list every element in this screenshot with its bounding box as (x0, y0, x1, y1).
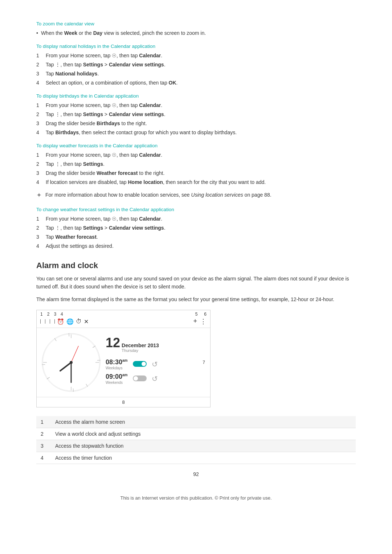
zoom-heading: To zoom the calendar view (36, 21, 356, 26)
birthdays-step-4: 4 Tap Birthdays, then select the contact… (36, 129, 356, 136)
icon-timer: ✕ (84, 318, 89, 325)
weather-section: To display weather forecasts in the Cale… (36, 143, 356, 200)
table-num: 3 (36, 440, 51, 452)
alarm-2-row: 09:00am Weekends ↺ (106, 373, 199, 385)
alarm-1-label: Weekdays (106, 366, 128, 370)
clock-date-day: Thursday (122, 348, 159, 353)
table-desc: View a world clock and adjust settings (51, 428, 356, 440)
zoom-list-item: When the Week or the Day view is selecte… (36, 29, 356, 37)
change-weather-step-1: 1 From your Home screen, tap ☉, then tap… (36, 215, 356, 223)
change-weather-step-3: 3 Tap Weather forecast. (36, 233, 356, 241)
table-desc: Access the alarm home screen (51, 416, 356, 428)
alarm-2-toggle (133, 376, 147, 381)
birthdays-section: To display birthdays the in Calendar app… (36, 93, 356, 136)
icon-alarm: ⏰ (57, 318, 64, 325)
zoom-section: To zoom the calendar view When the Week … (36, 21, 356, 37)
bottom-label-8: 8 (37, 397, 210, 407)
table-row: 3 Access the stopwatch function (36, 440, 356, 452)
tick-4 (54, 319, 55, 324)
page-footer: This is an Internet version of this publ… (36, 495, 356, 501)
reference-table: 1 Access the alarm home screen 2 View a … (36, 416, 356, 464)
holidays-heading: To display national holidays in the Cale… (36, 44, 356, 49)
holidays-section: To display national holidays in the Cale… (36, 44, 356, 87)
clock-date-display: 12 December 2013 Thursday (106, 335, 199, 353)
icon-stopwatch: ⏱ (76, 318, 82, 325)
weather-step-1: 1 From your Home screen, tap ☉, then tap… (36, 151, 356, 159)
table-row: 2 View a world clock and adjust settings (36, 428, 356, 440)
change-weather-heading: To change weather forecast settings in t… (36, 207, 356, 212)
change-weather-list: 1 From your Home screen, tap ☉, then tap… (36, 215, 356, 250)
clock-date-month: December 2013 (122, 342, 159, 348)
alarm-1-time: 08:30am (106, 358, 128, 366)
table-row: 1 Access the alarm home screen (36, 416, 356, 428)
zoom-text: When the Week or the Day view is selecte… (41, 29, 206, 37)
right-label-7: 7 (203, 332, 207, 393)
alarm-2-snooze-icon: ↺ (152, 374, 158, 383)
menu-icon: ⋮ (200, 317, 207, 325)
change-weather-step-4: 4 Adjust the settings as desired. (36, 242, 356, 250)
change-weather-step-2: 2 Tap ⋮, then tap Settings > Calendar vi… (36, 224, 356, 232)
table-num: 2 (36, 428, 51, 440)
alarm-2-label: Weekends (106, 381, 128, 385)
weather-step-2: 2 Tap ⋮, then tap Settings. (36, 160, 356, 168)
table-desc: Access the stopwatch function (51, 440, 356, 452)
table-desc: Access the timer function (51, 452, 356, 464)
svg-point-16 (70, 361, 73, 364)
table-num: 1 (36, 416, 51, 428)
table-num: 4 (36, 452, 51, 464)
page-number: 92 (36, 471, 356, 477)
alarm-title: Alarm and clock (36, 261, 356, 270)
clock-svg (40, 332, 102, 393)
alarm-para2: The alarm time format displayed is the s… (36, 295, 356, 303)
table-row: 4 Access the timer function (36, 452, 356, 464)
diagram-icons-row: ⏰ 🌐 ⏱ ✕ + ⋮ (37, 317, 210, 328)
change-weather-section: To change weather forecast settings in t… (36, 207, 356, 250)
alarm-1-snooze-icon: ↺ (152, 360, 158, 369)
alarm-para1: You can set one or several alarms and us… (36, 275, 356, 291)
alarm-2-time: 09:00am (106, 373, 128, 381)
birthdays-step-3: 3 Drag the slider beside Birthdays to th… (36, 120, 356, 127)
clock-diagram: 1 2 3 4 5 6 ⏰ 🌐 ⏱ ✕ + ⋮ (36, 310, 211, 407)
clock-right-panel: 12 December 2013 Thursday 08:30am Weekda… (106, 332, 199, 393)
weather-note: ✦ For more information about how to enab… (36, 191, 356, 200)
birthdays-list: 1 From your Home screen, tap ☉, then tap… (36, 102, 356, 136)
holidays-step-1: 1 From your Home screen, tap ☉, then tap… (36, 52, 356, 59)
add-icon: + (193, 317, 197, 325)
weather-heading: To display weather forecasts in the Cale… (36, 143, 356, 148)
icon-globe: 🌐 (66, 318, 74, 325)
weather-list: 1 From your Home screen, tap ☉, then tap… (36, 151, 356, 186)
clock-date-num: 12 (106, 335, 120, 350)
birthdays-step-2: 2 Tap ⋮, then tap Settings > Calendar vi… (36, 111, 356, 118)
zoom-list: When the Week or the Day view is selecte… (36, 29, 356, 37)
birthdays-step-1: 1 From your Home screen, tap ☉, then tap… (36, 102, 356, 109)
weather-step-4: 4 If location services are disabled, tap… (36, 178, 356, 186)
tick-1 (40, 319, 41, 324)
holidays-list: 1 From your Home screen, tap ☉, then tap… (36, 52, 356, 87)
alarm-1-toggle (133, 361, 147, 367)
holidays-step-2: 2 Tap ⋮, then tap Settings > Calendar vi… (36, 61, 356, 69)
analog-clock (40, 332, 102, 393)
diagram-body: 12 December 2013 Thursday 08:30am Weekda… (37, 328, 210, 397)
diagram-top-labels: 1 2 3 4 5 6 (37, 310, 210, 317)
alarm-section: Alarm and clock You can set one or sever… (36, 261, 356, 464)
tick-2 (45, 319, 45, 324)
alarm-1-row: 08:30am Weekdays ↺ (106, 358, 199, 370)
weather-step-3: 3 Drag the slider beside Weather forecas… (36, 169, 356, 177)
tick-3 (50, 319, 50, 324)
note-icon: ✦ (36, 190, 42, 200)
birthdays-heading: To display birthdays the in Calendar app… (36, 93, 356, 99)
holidays-step-4: 4 Select an option, or a combination of … (36, 79, 356, 87)
note-text: For more information about how to enable… (45, 191, 356, 200)
holidays-step-3: 3 Tap National holidays. (36, 70, 356, 78)
